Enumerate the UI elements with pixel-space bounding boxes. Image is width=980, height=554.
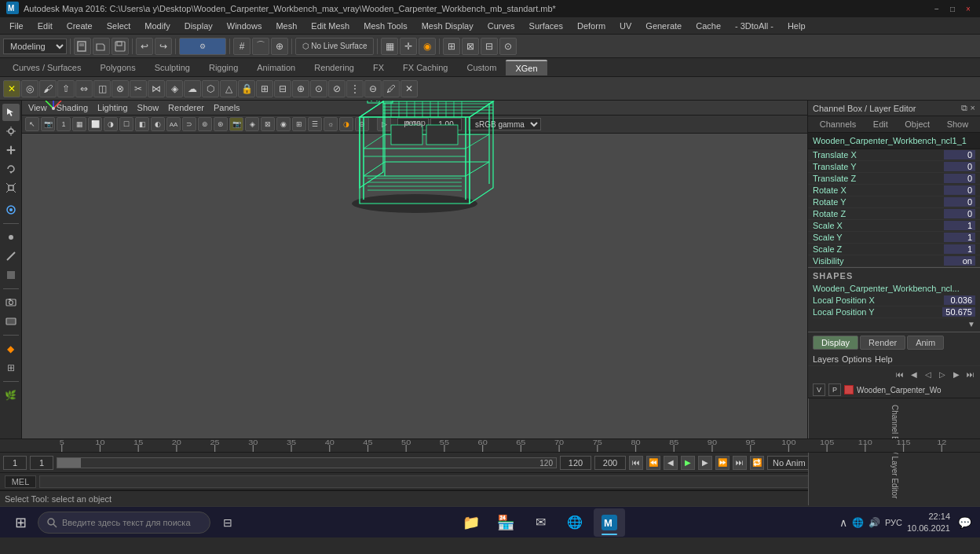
panel-float-icon[interactable]: ⧉ [961, 103, 967, 113]
notification-btn[interactable]: 💬 [955, 513, 974, 532]
menu-mesh-display[interactable]: Mesh Display [415, 20, 480, 32]
snap-grid-icon[interactable]: # [233, 38, 250, 55]
layer-nav-fwd[interactable]: ▶ [950, 368, 963, 380]
viewport-lighting-menu[interactable]: Lighting [97, 103, 128, 112]
close-icon[interactable]: ✕ [400, 80, 418, 97]
xgen-icon[interactable]: 🌿 [2, 387, 20, 404]
tab-xgen[interactable]: XGen [506, 60, 547, 75]
timeline-ruler-container[interactable]: 5 10 15 20 25 30 35 40 45 50 55 60 65 [24, 438, 980, 453]
tab-curves-surfaces[interactable]: Curves / Surfaces [3, 61, 90, 75]
vp-sss-btn[interactable]: ⊛ [214, 117, 228, 131]
taskbar-mail-icon[interactable]: ✉ [525, 508, 556, 537]
tab-custom[interactable]: Custom [458, 61, 506, 75]
vp-ao-btn[interactable]: ◐ [151, 117, 165, 131]
fill-hole-icon[interactable]: ◈ [166, 80, 183, 97]
vp-motion-btn[interactable]: ⊃ [182, 117, 196, 131]
transport-next-btn[interactable]: ▶ [698, 456, 712, 470]
face-mode-icon[interactable] [2, 266, 20, 284]
show-tab[interactable]: Show [942, 118, 974, 130]
reduce-icon[interactable]: △ [220, 80, 237, 97]
menu-generate[interactable]: Generate [639, 20, 688, 32]
vp-shadow-btn[interactable]: ◧ [135, 117, 149, 131]
layer-nav-back[interactable]: ⏮ [894, 368, 906, 380]
layers-menu[interactable]: Layers [813, 354, 839, 364]
transport-start-btn[interactable]: ⏮ [629, 456, 643, 470]
edit-tab[interactable]: Edit [868, 118, 893, 130]
rotate-y-row[interactable]: Rotate Y 0 [808, 196, 980, 208]
render-tab[interactable]: Render [860, 336, 905, 350]
end-frame-input[interactable] [560, 456, 591, 470]
sculpt-icon[interactable]: 🖊 [382, 80, 400, 97]
menu-mesh[interactable]: Mesh [269, 20, 303, 32]
taskbar-store-icon[interactable]: 🏪 [490, 508, 521, 537]
xform-icon[interactable]: ✛ [400, 38, 417, 55]
taskbar-edge-icon[interactable]: 🌐 [559, 508, 591, 537]
append-icon[interactable]: ⊕ [292, 80, 309, 97]
snap-curve-icon[interactable]: ⌒ [252, 38, 269, 55]
object-tab[interactable]: Object [900, 118, 934, 130]
layer-nav-prev[interactable]: ◀ [908, 368, 920, 380]
render-settings-icon[interactable]: ⚙ [179, 38, 226, 55]
viewport-renderer-menu[interactable]: Renderer [168, 103, 204, 112]
maximize-button[interactable]: □ [947, 3, 958, 14]
menu-edit[interactable]: Edit [31, 20, 59, 32]
redo-icon[interactable]: ↪ [155, 38, 172, 55]
open-scene-icon[interactable] [93, 38, 110, 55]
close-button[interactable]: × [963, 3, 974, 14]
select-tool-icon[interactable]: ✕ [3, 80, 20, 97]
taskbar-search[interactable]: Введите здесь текст для поиска [38, 512, 210, 534]
tab-rigging[interactable]: Rigging [199, 61, 247, 75]
task-view-btn[interactable]: ⊟ [214, 508, 242, 537]
current-frame-input[interactable] [30, 456, 53, 470]
smooth-icon[interactable]: ☁ [184, 80, 201, 97]
shapes-object-name[interactable]: Wooden_Carpenter_Workbench_ncl... [813, 282, 975, 295]
tab-animation[interactable]: Animation [247, 61, 305, 75]
layer-visibility-toggle[interactable]: V [813, 383, 825, 396]
conform-icon[interactable]: ⋮ [346, 80, 364, 97]
menu-3dtall[interactable]: - 3DtoAll - [729, 20, 780, 32]
move-icon[interactable] [2, 141, 20, 159]
rotate-z-row[interactable]: Rotate Z 0 [808, 208, 980, 220]
last-tool-icon[interactable] [2, 201, 20, 218]
undo-icon[interactable]: ↩ [136, 38, 153, 55]
display-icon1[interactable]: ⊞ [443, 38, 460, 55]
paint-select-icon[interactable]: 🖌 [39, 80, 57, 97]
target-weld-icon[interactable]: ⊖ [364, 80, 382, 97]
multicut-icon[interactable]: ✂ [130, 80, 147, 97]
softselect-icon[interactable]: ◉ [419, 38, 436, 55]
no-live-surface-icon[interactable]: ⬡ No Live Surface [295, 38, 374, 55]
vp-smooth-btn[interactable]: ⬜ [88, 117, 102, 131]
bridge-icon[interactable]: ⋈ [148, 80, 165, 97]
menu-create[interactable]: Create [60, 20, 99, 32]
layer-playback-toggle[interactable]: P [828, 383, 841, 396]
vp-wireframe-btn[interactable]: ▦ [72, 117, 86, 131]
edge-mode-icon[interactable] [2, 248, 20, 265]
layer-nav-back2[interactable]: ◁ [922, 368, 934, 380]
menu-windows[interactable]: Windows [221, 20, 269, 32]
vp-lit-btn[interactable]: ◑ [104, 117, 118, 131]
menu-modify[interactable]: Modify [138, 20, 176, 32]
rotate-icon[interactable] [2, 160, 20, 178]
mode-select[interactable]: Modeling Rigging Animation FX Rendering … [3, 39, 67, 54]
scale-x-row[interactable]: Scale X 1 [808, 220, 980, 232]
language-indicator[interactable]: РУС [885, 518, 902, 527]
translate-z-row[interactable]: Translate Z 0 [808, 173, 980, 185]
playback-end-input[interactable] [594, 456, 626, 470]
camera-icon[interactable] [2, 294, 20, 311]
windows-start-btn[interactable]: ⊞ [6, 508, 35, 537]
tray-network-icon[interactable]: 🌐 [852, 517, 864, 528]
scale-y-row[interactable]: Scale Y 1 [808, 232, 980, 244]
options-menu[interactable]: Options [842, 354, 872, 364]
combine-icon[interactable]: ⊙ [310, 80, 327, 97]
tab-polygons[interactable]: Polygons [90, 61, 144, 75]
display-tab[interactable]: Display [813, 336, 858, 350]
separate-icon[interactable]: ⊘ [328, 80, 346, 97]
scale-z-row[interactable]: Scale Z 1 [808, 244, 980, 255]
panel-close-icon[interactable]: × [971, 103, 975, 113]
vertex-mode-icon[interactable] [2, 229, 20, 246]
viewport-show-menu[interactable]: Show [137, 103, 159, 112]
menu-display[interactable]: Display [178, 20, 219, 32]
tab-fx[interactable]: FX [364, 61, 393, 75]
display-icon3[interactable]: ⊟ [481, 38, 498, 55]
vp-select-btn[interactable]: ↖ [25, 117, 39, 131]
